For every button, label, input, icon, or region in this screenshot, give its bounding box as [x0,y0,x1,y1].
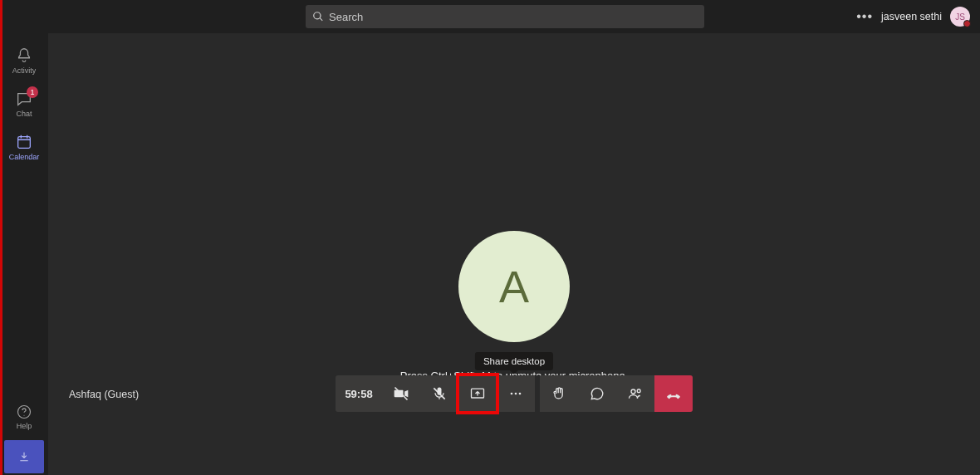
download-icon [17,450,31,463]
share-screen-icon [469,385,486,402]
svg-point-6 [519,393,522,395]
more-actions-button[interactable] [497,375,535,412]
share-desktop-button[interactable] [458,375,497,412]
remote-participant-initial: A [499,261,529,312]
participants-button[interactable] [616,375,654,412]
search-icon [312,11,324,22]
nav-help-label: Help [17,422,32,430]
top-bar: Search ••• jasveen sethi JS [0,0,980,33]
nav-activity[interactable]: Activity [0,42,48,80]
meeting-toolbar: 59:58 [336,375,693,412]
people-icon [627,385,644,402]
nav-chat[interactable]: 1 Chat [0,85,48,123]
chat-panel-button[interactable] [578,375,616,412]
remote-participant-name: Ashfaq (Guest) [69,389,139,400]
help-icon [16,404,32,420]
nav-calendar[interactable]: Calendar [0,128,48,166]
chat-bubble-icon [589,385,605,402]
hangup-button[interactable] [654,375,693,412]
share-tooltip: Share desktop [475,352,553,370]
svg-point-2 [24,415,25,416]
svg-point-7 [631,389,635,394]
user-avatar[interactable]: JS [950,7,970,27]
svg-point-8 [637,389,640,393]
more-options-button[interactable]: ••• [856,9,873,24]
camera-off-icon [393,385,409,402]
svg-point-5 [515,393,517,395]
nav-chat-label: Chat [16,110,32,118]
nav-activity-label: Activity [12,66,37,75]
hand-icon [551,385,567,402]
user-avatar-initials: JS [955,12,965,22]
camera-toggle-button[interactable] [382,375,420,412]
recording-left-edge [0,0,2,475]
download-button[interactable] [4,440,44,473]
search-input[interactable]: Search [306,5,704,28]
current-user-name: jasveen sethi [881,11,942,22]
calendar-icon [15,133,33,151]
meeting-stage: A Share desktop Press Ctrl+Shift+M to un… [48,33,980,475]
svg-point-4 [511,393,513,395]
left-nav: Activity 1 Chat Calendar Help [0,33,48,475]
presence-indicator [963,20,971,27]
chat-badge: 1 [27,86,38,98]
top-right-cluster: ••• jasveen sethi JS [856,0,970,33]
search-placeholder: Search [329,11,363,23]
raise-hand-button[interactable] [540,375,578,412]
remote-participant-avatar: A [458,231,570,342]
mic-off-icon [431,385,448,402]
ellipsis-icon [507,385,524,402]
nav-calendar-label: Calendar [9,153,40,161]
hangup-icon [665,385,682,402]
svg-rect-0 [18,137,31,149]
mic-toggle-button[interactable] [420,375,458,412]
bell-icon [15,47,33,65]
call-timer: 59:58 [336,375,382,412]
nav-help[interactable]: Help [0,399,48,435]
